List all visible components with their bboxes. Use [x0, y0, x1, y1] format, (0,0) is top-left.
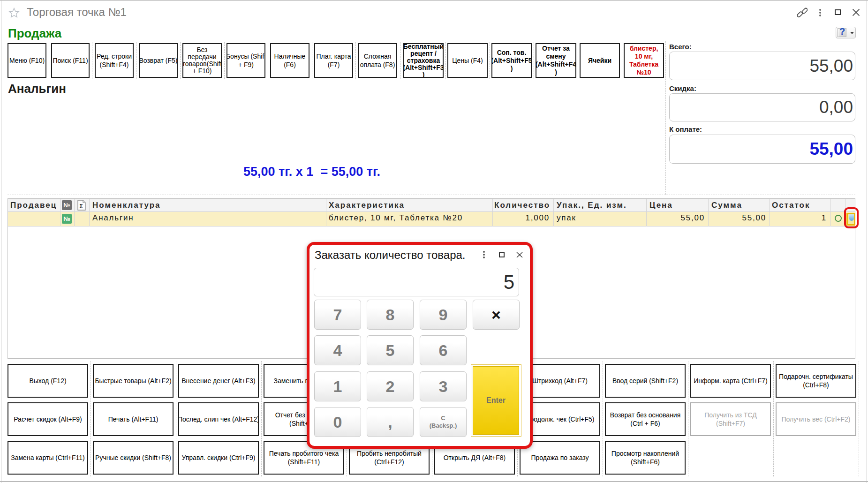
- svg-text:Σ: Σ: [79, 203, 83, 210]
